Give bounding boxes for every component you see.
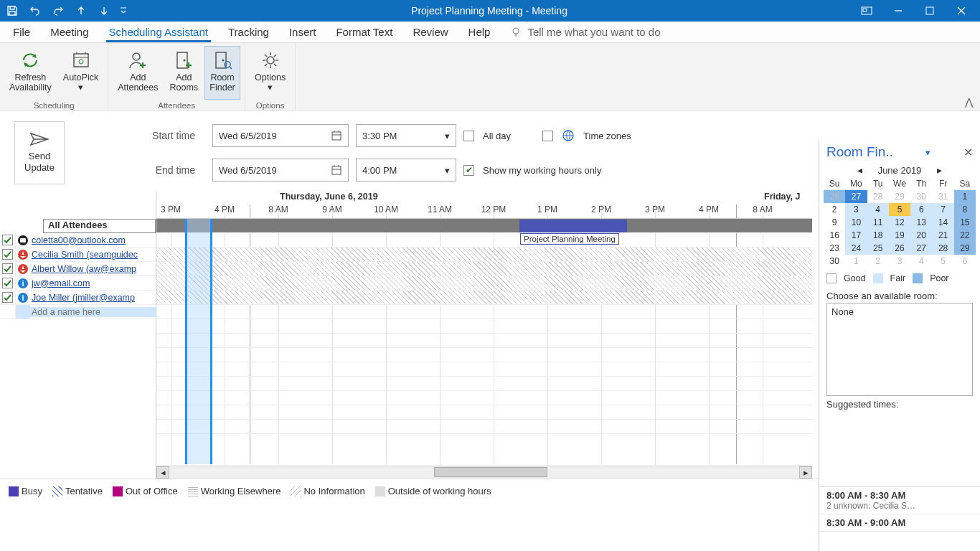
attendee-row[interactable]: i jw@email.com: [0, 276, 156, 291]
calendar-day[interactable]: 24: [845, 242, 867, 255]
attendee-check[interactable]: [0, 233, 16, 247]
attendee-row[interactable]: i Joe Miller (jmiller@examp: [0, 291, 156, 305]
calendar-day[interactable]: 5: [889, 203, 910, 216]
calendar-day[interactable]: 28: [867, 190, 889, 203]
calendar-day[interactable]: 26: [889, 242, 910, 255]
attendee-row[interactable]: coletta00@outlook.com: [0, 233, 156, 248]
tab-format-text[interactable]: Format Text: [333, 22, 395, 42]
ribbon-display-icon[interactable]: [851, 0, 882, 22]
close-pane-icon[interactable]: ✕: [963, 146, 973, 159]
redo-icon[interactable]: [50, 3, 66, 19]
end-time-input[interactable]: 4:00 PM ▾: [356, 159, 456, 182]
scroll-thumb[interactable]: [434, 467, 547, 477]
tab-insert[interactable]: Insert: [286, 22, 319, 42]
attendee-check[interactable]: [0, 262, 16, 276]
all-day-checkbox[interactable]: [463, 131, 474, 141]
scroll-right-icon[interactable]: ▸: [799, 466, 812, 479]
calendar-day[interactable]: 10: [845, 216, 867, 229]
attendee-check[interactable]: [0, 248, 16, 261]
attendee-name[interactable]: Albert Willow (aw@examp: [30, 264, 156, 274]
attendee-check[interactable]: [0, 291, 16, 304]
scroll-left-icon[interactable]: ◂: [156, 466, 169, 479]
attendee-role-icon[interactable]: [16, 235, 30, 246]
calendar-day[interactable]: 6: [954, 255, 976, 268]
calendar-day[interactable]: 14: [932, 216, 953, 229]
calendar-day[interactable]: 9: [824, 216, 845, 229]
tab-tracking[interactable]: Tracking: [225, 22, 272, 42]
calendar-day[interactable]: 30: [824, 255, 845, 268]
attendee-role-icon[interactable]: i: [16, 292, 30, 303]
options-button[interactable]: Options▾: [250, 46, 291, 100]
calendar-day[interactable]: 31: [932, 190, 953, 203]
qat-dropdown-icon[interactable]: [119, 3, 128, 19]
calendar-day[interactable]: 5: [932, 255, 953, 268]
calendar-day[interactable]: 30: [910, 190, 932, 203]
all-attendees-header[interactable]: All Attendees: [43, 219, 156, 233]
calendar-day[interactable]: 16: [824, 229, 845, 242]
add-attendee-row[interactable]: Add a name here: [0, 305, 156, 319]
suggested-times-list[interactable]: 8:00 AM - 8:30 AM2 unknown: Cecilia S…8:…: [819, 486, 980, 551]
calendar-day[interactable]: 4: [910, 255, 932, 268]
calendar-day[interactable]: 26: [824, 190, 845, 203]
calendar-day[interactable]: 17: [845, 229, 867, 242]
calendar-day[interactable]: 13: [910, 216, 932, 229]
undo-icon[interactable]: [27, 3, 43, 19]
attendee-role-icon[interactable]: [16, 249, 30, 260]
minimize-icon[interactable]: [882, 0, 914, 22]
calendar-day[interactable]: 18: [867, 229, 889, 242]
calendar-day[interactable]: 3: [845, 203, 867, 216]
pane-dropdown-icon[interactable]: ▾: [925, 147, 930, 158]
attendee-name[interactable]: jw@email.com: [30, 278, 156, 288]
attendee-row[interactable]: Cecilia Smith (seamguidec: [0, 248, 156, 262]
suggested-time[interactable]: 8:30 AM - 9:00 AM: [819, 514, 980, 532]
next-month-icon[interactable]: ▸: [930, 164, 949, 176]
prev-item-icon[interactable]: [73, 3, 89, 19]
calendar-day[interactable]: 2: [867, 255, 889, 268]
calendar-day[interactable]: 29: [889, 190, 910, 203]
attendee-role-icon[interactable]: i: [16, 278, 30, 289]
calendar-day[interactable]: 15: [954, 216, 976, 229]
tab-meeting[interactable]: Meeting: [47, 22, 91, 42]
maximize-icon[interactable]: [914, 0, 946, 22]
refresh-availability-button[interactable]: RefreshAvailability: [4, 46, 57, 100]
collapse-ribbon-icon[interactable]: ⋀: [965, 96, 973, 108]
start-time-input[interactable]: 3:30 PM ▾: [356, 124, 456, 147]
attendee-name[interactable]: Cecilia Smith (seamguidec: [30, 250, 156, 260]
calendar-day[interactable]: 21: [932, 229, 953, 242]
tab-scheduling-assistant[interactable]: Scheduling Assistant: [106, 22, 211, 42]
tab-file[interactable]: File: [10, 22, 33, 42]
end-date-input[interactable]: Wed 6/5/2019: [212, 159, 349, 182]
tell-me[interactable]: Tell me what you want to do: [507, 22, 663, 42]
time-zones-checkbox[interactable]: [542, 131, 553, 141]
calendar-day[interactable]: 1: [845, 255, 867, 268]
calendar-day[interactable]: 27: [845, 190, 867, 203]
calendar-day[interactable]: 23: [824, 242, 845, 255]
working-hours-checkbox[interactable]: ✔: [463, 165, 474, 176]
suggested-time[interactable]: 8:00 AM - 8:30 AM2 unknown: Cecilia S…: [819, 487, 980, 514]
calendar-day[interactable]: 2: [824, 203, 845, 216]
calendar-day[interactable]: 27: [910, 242, 932, 255]
calendar-day[interactable]: 19: [889, 229, 910, 242]
mini-calendar[interactable]: SuMoTuWeThFrSa26272829303112345678910111…: [819, 177, 980, 270]
attendee-row[interactable]: Albert Willow (aw@examp: [0, 262, 156, 276]
attendee-name[interactable]: Joe Miller (jmiller@examp: [30, 293, 156, 303]
start-date-input[interactable]: Wed 6/5/2019: [212, 124, 349, 147]
close-icon[interactable]: [946, 0, 977, 22]
attendee-check[interactable]: [0, 276, 16, 290]
horizontal-scrollbar[interactable]: ◂ ▸: [156, 466, 812, 479]
calendar-day[interactable]: 4: [867, 203, 889, 216]
calendar-day[interactable]: 25: [867, 242, 889, 255]
calendar-day[interactable]: 12: [889, 216, 910, 229]
calendar-day[interactable]: 8: [954, 203, 976, 216]
tab-help[interactable]: Help: [466, 22, 494, 42]
room-finder-button[interactable]: RoomFinder: [204, 46, 240, 100]
prev-month-icon[interactable]: ◂: [850, 164, 870, 176]
add-rooms-button[interactable]: AddRooms: [164, 46, 203, 100]
calendar-day[interactable]: 22: [954, 229, 976, 242]
calendar-day[interactable]: 6: [910, 203, 932, 216]
calendar-day[interactable]: 1: [954, 190, 976, 203]
send-update-button[interactable]: SendUpdate: [14, 121, 65, 184]
next-item-icon[interactable]: [96, 3, 112, 19]
timeline-grid[interactable]: Thursday, June 6, 2019 Friday, J 3 PM4 P…: [156, 192, 812, 479]
tab-review[interactable]: Review: [410, 22, 451, 42]
